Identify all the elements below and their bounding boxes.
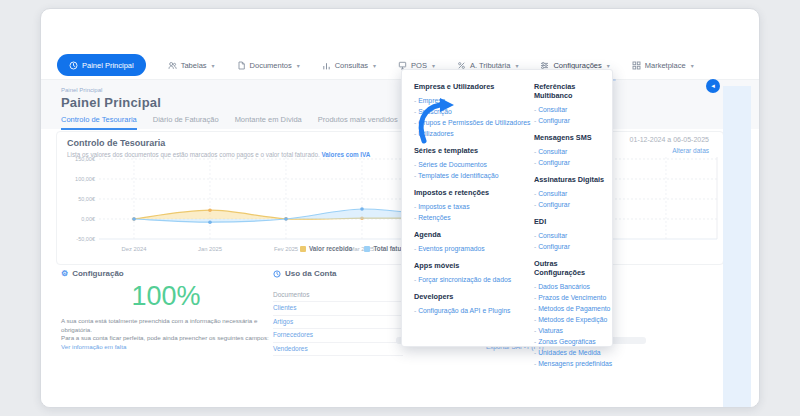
nav-item-consultas[interactable]: Consultas▾ [322,47,376,83]
menu-item-utilizadores[interactable]: Utilizadores [414,128,528,139]
menu-item-mensagens-predefinidas[interactable]: Mensagens predefinidas [534,358,610,369]
menu-item-configurar[interactable]: Configurar [534,115,610,126]
menu-section-header: Agenda [414,230,528,239]
collapse-panel-button[interactable]: ◂ [706,79,720,93]
x-axis-label: Jan 2025 [198,246,222,252]
menu-section-header: Impostos e retenções [414,188,528,197]
y-axis-tick: -50,00€ [59,236,95,242]
nav-item-marketplace[interactable]: Marketplace▾ [632,47,694,83]
menu-section-header: Developers [414,292,528,301]
y-axis-tick: 100,00€ [59,176,95,182]
menu-item-dados-bancarios[interactable]: Dados Bancários [534,281,610,292]
menu-item-zonas-geograficas[interactable]: Zonas Geográficas [534,336,610,347]
menu-item-empresa[interactable]: Empresa [414,95,528,106]
usage-list: DocumentosClientesArtigosFornecedoresVen… [273,289,403,356]
chart-y-axis: 150,00€100,00€50,00€0,00€-50,00€ [59,132,95,264]
chevron-down-icon: ▾ [212,62,215,69]
usage-row-clientes[interactable]: Clientes [273,302,403,315]
menu-item-configurar[interactable]: Configurar [534,199,610,210]
y-axis-tick: 150,00€ [59,156,95,162]
menu-item-forcar-sincronizacao-de-dados[interactable]: Forçar sincronização de dados [414,274,528,285]
legend-swatch [364,246,370,252]
configuracoes-dropdown-menu: Empresa e UtilizadoresEmpresaSubscriçãoG… [401,69,613,347]
chevron-down-icon: ▾ [691,62,694,69]
legend-label: Valor recebido [309,245,352,252]
menu-section-assinaturas-digitais: Assinaturas DigitaisConsultarConfigurar [534,175,610,210]
chevron-down-icon: ▾ [297,62,300,69]
x-axis-label: Dez 2024 [122,246,148,252]
config-description: A sua conta está totalmente preenchida c… [61,317,276,351]
usage-row-fornecedores[interactable]: Fornecedores [273,329,403,342]
menu-section-impostos-e-retencoes: Impostos e retençõesImpostos e taxasRete… [414,188,528,223]
menu-item-configurar[interactable]: Configurar [534,241,610,252]
chevron-down-icon: ▾ [607,62,610,69]
legend-item-valor-recebido: Valor recebido [300,245,352,252]
menu-item-consultar[interactable]: Consultar [534,230,610,241]
menu-item-viaturas[interactable]: Viaturas [534,325,610,336]
menu-item-consultar[interactable]: Consultar [534,146,610,157]
menu-item-retencoes[interactable]: Retenções [414,212,528,223]
change-dates-link[interactable]: Alterar datas [672,147,709,154]
menu-section-mensagens-sms: Mensagens SMSConsultarConfigurar [534,133,610,168]
breadcrumb[interactable]: Painel Principal [61,87,102,93]
lower-panels: ⚙ Configuração 100% A sua conta está tot… [41,267,759,387]
dashboard-tabs: Controlo de TesourariaDiário de Faturaçã… [61,115,398,130]
usage-section-title: Uso da Conta [285,269,337,278]
menu-section-header: Mensagens SMS [534,133,610,142]
nav-item-painel-principal[interactable]: Painel Principal [57,54,146,76]
nav-item-label: Documentos [250,61,292,70]
document-icon [237,61,246,70]
usage-row-artigos[interactable]: Artigos [273,316,403,329]
menu-section-agenda: AgendaEventos programados [414,230,528,254]
gear-icon: ⚙ [61,269,68,278]
chevron-down-icon: ▾ [373,62,376,69]
menu-section-apps-moveis: Apps móveisForçar sincronização de dados [414,261,528,285]
nav-item-label: Consultas [335,61,368,70]
tab-montante-em-divida[interactable]: Montante em Dívida [235,115,302,130]
menu-column-left: Empresa e UtilizadoresEmpresaSubscriçãoG… [414,82,528,323]
menu-section-header: Empresa e Utilizadores [414,82,528,91]
missing-info-link[interactable]: Ver informação em falta [61,343,126,350]
usage-row-vendedores[interactable]: Vendedores [273,343,403,356]
config-text-2: Para a sua conta ficar perfeita, pode ai… [61,334,269,341]
users-icon [168,61,177,70]
usage-row-documentos: Documentos [273,289,403,302]
tab-diario-de-faturacao[interactable]: Diário de Faturação [153,115,219,130]
menu-item-impostos-e-taxas[interactable]: Impostos e taxas [414,201,528,212]
menu-item-eventos-programados[interactable]: Eventos programados [414,243,528,254]
menu-item-series-de-documentos[interactable]: Séries de Documentos [414,159,528,170]
menu-section-series-e-templates: Séries e templatesSéries de DocumentosTe… [414,146,528,181]
menu-item-configurar[interactable]: Configurar [534,157,610,168]
menu-item-grupos-e-permissoes-de-utilizadores[interactable]: Grupos e Permissões de Utilizadores [414,117,528,128]
nav-item-label: Tabelas [181,61,207,70]
menu-section-edi: EDIConsultarConfigurar [534,217,610,252]
config-section-header: ⚙ Configuração [61,269,124,278]
x-axis-label: Fev 2025 [274,246,298,252]
menu-item-consultar[interactable]: Consultar [534,104,610,115]
nav-item-documentos[interactable]: Documentos▾ [237,47,300,83]
menu-section-referencias-multibanco: Referências MultibancoConsultarConfigura… [534,82,610,126]
tab-produtos-mais-vendidos[interactable]: Produtos mais vendidos [318,115,398,130]
menu-item-consultar[interactable]: Consultar [534,188,610,199]
account-completion-percent: 100% [61,281,271,312]
y-axis-tick: 50,00€ [59,196,95,202]
menu-item-unidades-de-medida[interactable]: Unidades de Medida [534,347,610,358]
menu-item-metodos-de-pagamento[interactable]: Métodos de Pagamento [534,303,610,314]
menu-item-configuracao-da-api-e-plugins[interactable]: Configuração da API e Plugins [414,305,528,316]
chevron-down-icon: ▾ [432,62,435,69]
right-panel-strip [723,86,751,407]
grid-icon [632,61,641,70]
nav-item-tabelas[interactable]: Tabelas▾ [168,47,215,83]
menu-item-subscricao[interactable]: Subscrição [414,106,528,117]
nav-item-label: Marketplace [645,61,686,70]
tab-controlo-de-tesouraria[interactable]: Controlo de Tesouraria [61,115,137,130]
menu-section-header: Assinaturas Digitais [534,175,610,184]
usage-section-header: Uso da Conta [273,269,337,278]
date-range: 01-12-2024 a 06-05-2025 [630,136,709,143]
menu-section-header: Séries e templates [414,146,528,155]
menu-section-header: Outras Configurações [534,259,610,277]
menu-section-header: Referências Multibanco [534,82,610,100]
menu-item-prazos-de-vencimento[interactable]: Prazos de Vencimento [534,292,610,303]
menu-item-templates-de-identificacao[interactable]: Templates de Identificação [414,170,528,181]
menu-item-metodos-de-expedicao[interactable]: Métodos de Expedição [534,314,610,325]
